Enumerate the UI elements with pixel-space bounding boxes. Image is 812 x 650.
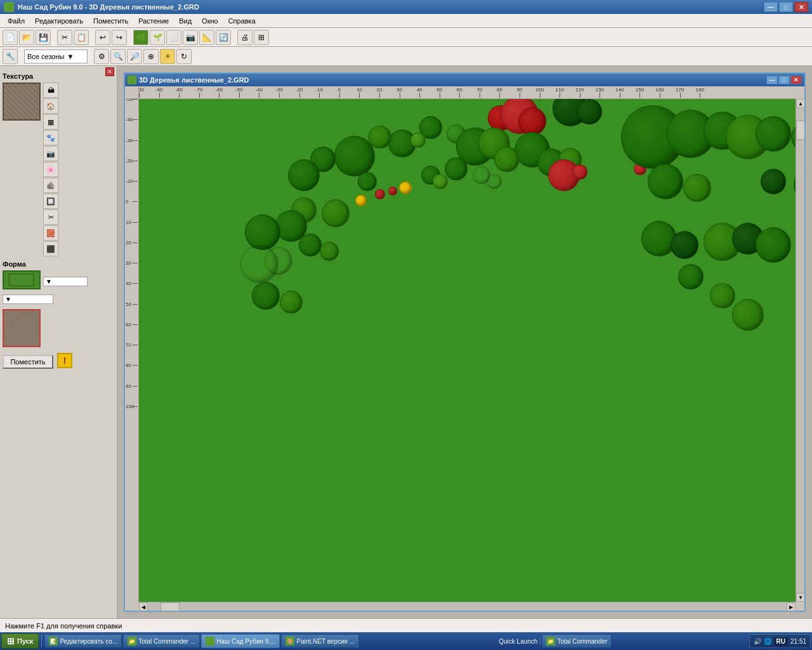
start-button[interactable]: ⊞ Пуск [1,633,39,649]
tools-button[interactable]: 🔧 [3,49,18,64]
tree-60 [710,283,735,308]
print-button[interactable]: 🖨 [237,30,252,45]
house-icon-btn[interactable]: 🏠 [43,98,58,114]
wall-icon-btn[interactable]: 🧱 [43,225,58,241]
new-button[interactable]: 📄 [3,30,18,45]
fence-icon-btn[interactable]: 🔲 [43,194,58,209]
tree-50 [280,291,303,314]
title-bar: 🌿 Наш Сад Рубин 9.0 - 3D Деревья листвен… [0,0,812,14]
measure-button[interactable]: 📐 [199,30,214,45]
tree-7 [410,133,426,148]
open-button[interactable]: 📂 [19,30,34,45]
zoom-fit-button[interactable]: ⊕ [143,49,159,64]
tools2-button[interactable]: ⚙ [94,49,109,64]
shape-thumbnail[interactable] [3,270,41,289]
menu-place[interactable]: Поместить [88,16,133,26]
inner-close-btn[interactable]: ✕ [790,76,802,84]
undo-button[interactable]: ↩ [95,30,110,45]
panel-close-button[interactable]: ✕ [105,67,114,76]
tray-icon-2: 🌐 [764,638,771,645]
grid-button[interactable]: ⊞ [254,30,269,45]
plant-button[interactable]: 🌱 [150,30,165,45]
menu-plant[interactable]: Растение [133,16,174,26]
shape-size-dropdown[interactable]: ▼ [3,295,53,304]
zoom-in-button[interactable]: 🔍 [110,49,126,64]
taskbar-icon-2: 🌿 [206,637,214,646]
tree-21 [399,182,412,194]
grass-button[interactable]: 🌿 [133,30,148,45]
dog-icon-btn[interactable]: 🐾 [43,130,58,145]
tree-48 [320,242,339,261]
copy-button[interactable]: 📋 [74,30,89,45]
scroll-thumb-v[interactable] [796,121,804,140]
camera-icon-btn[interactable]: 📷 [43,146,58,161]
menu-view[interactable]: Вид [174,16,197,26]
rotate2-button[interactable]: ↻ [176,49,192,64]
shape-dropdown[interactable]: ▼ [43,277,88,286]
select-button[interactable]: ⬜ [166,30,181,45]
inner-window-title: 3D Деревья лиственные_2.GRD [139,76,249,84]
tree-42 [322,199,350,227]
minimize-button[interactable]: — [764,2,778,12]
brick-icon-btn[interactable]: ⬛ [43,241,58,256]
main-viewport[interactable] [139,99,796,602]
taskbar-btn-4[interactable]: 📁 Total Commander [542,634,612,648]
camera-button[interactable]: 📷 [183,30,198,45]
scroll-up-btn[interactable]: ▲ [796,99,804,108]
tools-icon-btn[interactable]: ✂ [43,209,58,225]
scroll-corner-right [796,602,804,611]
taskbar-icon-1: 📁 [128,637,136,646]
season-dropdown[interactable]: Все сезоны ▼ [24,50,88,63]
sun-button[interactable]: ☀ [160,49,175,64]
landscape-icon-btn[interactable]: 🏔 [43,83,58,98]
tree-2 [369,126,391,149]
tree-68 [388,187,397,196]
tree-49 [252,282,280,310]
inner-maximize-btn[interactable]: □ [778,76,790,84]
tree-27 [572,164,587,180]
dropdown-arrow: ▼ [67,53,74,60]
save-button[interactable]: 💾 [36,30,51,45]
scroll-right-btn[interactable]: ▶ [787,602,796,611]
scroll-track-v[interactable] [796,108,804,593]
tree-4 [288,159,320,191]
season-value: Все сезоны [27,53,64,60]
menu-window[interactable]: Окно [197,16,223,26]
place-button[interactable]: Поместить [3,355,53,369]
tree-18 [445,157,468,180]
taskbar-btn-1[interactable]: 📁 Total Commander ... [123,634,200,648]
grid-icon-btn[interactable]: ▦ [43,114,58,129]
stone-icon-btn[interactable]: 🪨 [43,178,58,193]
plant-thumbnail[interactable] [3,309,41,347]
taskbar-btn-3[interactable]: 🎨 Paint.NET версия ... [281,634,359,648]
texture-thumbnail[interactable] [3,83,41,121]
taskbar-btn-2[interactable]: 🌿 Наш Сад Рубин 9.... [201,634,280,648]
cut-button[interactable]: ✂ [57,30,72,45]
main-content: ✕ Текстура 🏔 🏠 ▦ 🐾 📷 🌸 🪨 🔲 ✂ 🧱 ⬛ Форма [0,66,812,618]
tree-33 [683,174,711,202]
language-indicator[interactable]: RU [774,637,788,646]
horizontal-scrollbar[interactable]: ◀ ▶ [139,602,796,611]
taskbar-btn-0[interactable]: 📝 Редактировать со... [44,634,122,648]
vertical-scrollbar[interactable]: ▲ ▼ [796,99,804,602]
scroll-corner-left [125,602,139,611]
scroll-down-btn[interactable]: ▼ [796,593,804,602]
toolbar-2: 🔧 Все сезоны ▼ ⚙ 🔍 🔎 ⊕ ☀ ↻ [0,47,812,66]
scroll-left-btn[interactable]: ◀ [139,602,148,611]
flower-icon-btn[interactable]: 🌸 [43,162,58,177]
texture-label: Текстура [3,72,114,80]
inner-minimize-btn[interactable]: — [766,76,778,84]
rotate-button[interactable]: 🔄 [216,30,231,45]
close-button[interactable]: ✕ [794,2,808,12]
menu-help[interactable]: Справка [223,16,261,26]
redo-button[interactable]: ↪ [112,30,127,45]
menu-edit[interactable]: Редактировать [30,16,88,26]
tree-47 [299,234,322,256]
tree-17 [494,147,520,172]
window-controls: — □ ✕ [764,2,808,12]
maximize-button[interactable]: □ [779,2,793,12]
zoom-out-button[interactable]: 🔎 [127,49,142,64]
scroll-track-h[interactable] [148,602,787,611]
scroll-thumb-h[interactable] [160,602,180,611]
menu-file[interactable]: Файл [3,16,30,26]
